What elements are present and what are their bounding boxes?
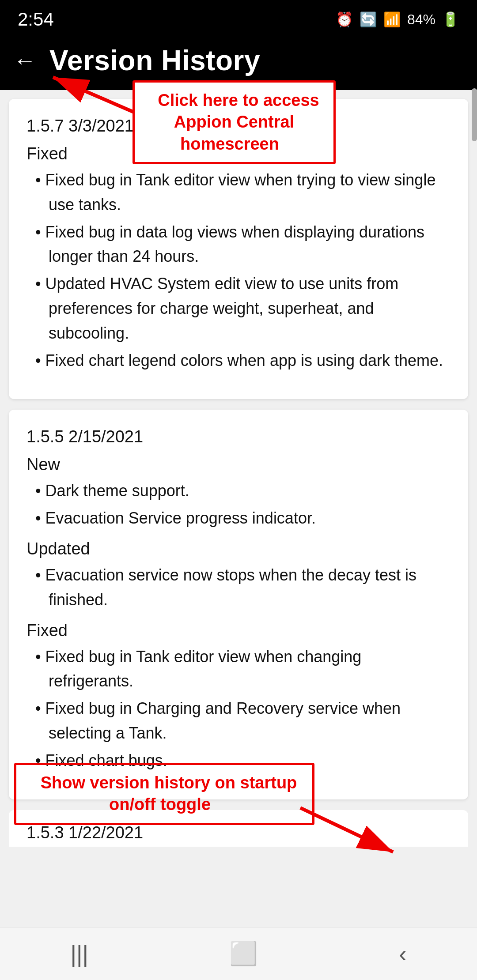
version-153-header: 1.5.3 1/22/2021 [26, 823, 450, 842]
homescreen-annotation-box: Click here to access Appion Central home… [132, 80, 336, 164]
new-list-155: • Dark theme support. • Evacuation Servi… [35, 479, 450, 531]
toggle-annotation-box: Show version history on startup on/off t… [14, 763, 314, 825]
new-title-155: New [26, 455, 450, 474]
bullet-item: • Fixed chart legend colors when app is … [35, 348, 450, 373]
menu-nav-icon[interactable]: ||| [71, 941, 89, 967]
fixed-title-155: Fixed [26, 621, 450, 640]
scrollbar[interactable] [472, 88, 477, 141]
back-button[interactable]: ← [13, 49, 36, 72]
signal-icon: 📶 [383, 11, 401, 28]
version-155-header: 1.5.5 2/15/2021 [26, 427, 450, 446]
bullet-item: • Fixed bug in Tank editor view when cha… [35, 645, 450, 694]
updated-list-155: • Evacuation service now stops when the … [35, 563, 450, 612]
home-nav-icon[interactable]: ⬜ [229, 940, 258, 967]
status-time: 2:54 [18, 9, 54, 30]
battery-icon: 🔋 [442, 11, 459, 28]
bullet-item: • Fixed bug in data log views when displ… [35, 220, 450, 269]
back-nav-icon[interactable]: ‹ [399, 941, 406, 967]
alarm-icon: ⏰ [336, 11, 353, 28]
bullet-item: • Evacuation Service progress indicator. [35, 506, 450, 531]
homescreen-annotation-text: Click here to access Appion Central home… [149, 87, 319, 158]
status-icons: ⏰ 🔄 📶 84% 🔋 [336, 11, 459, 28]
bottom-nav: ||| ⬜ ‹ [0, 927, 477, 980]
page-title: Version History [49, 44, 260, 77]
status-bar: 2:54 ⏰ 🔄 📶 84% 🔋 [0, 0, 477, 35]
sync-icon: 🔄 [360, 11, 377, 28]
bullet-item: • Evacuation service now stops when the … [35, 563, 450, 612]
bullet-item: • Updated HVAC System edit view to use u… [35, 271, 450, 345]
battery-label: 84% [407, 11, 435, 28]
version-155-card: 1.5.5 2/15/2021 New • Dark theme support… [9, 410, 468, 799]
toggle-annotation-text: Show version history on startup on/off t… [32, 769, 297, 818]
fixed-list-155: • Fixed bug in Tank editor view when cha… [35, 645, 450, 773]
bullet-item: • Fixed bug in Tank editor view when try… [35, 168, 450, 217]
updated-title-155: Updated [26, 539, 450, 558]
bullet-item: • Fixed bug in Charging and Recovery ser… [35, 696, 450, 746]
bullet-item: • Dark theme support. [35, 479, 450, 503]
fixed-list-157: • Fixed bug in Tank editor view when try… [35, 168, 450, 373]
